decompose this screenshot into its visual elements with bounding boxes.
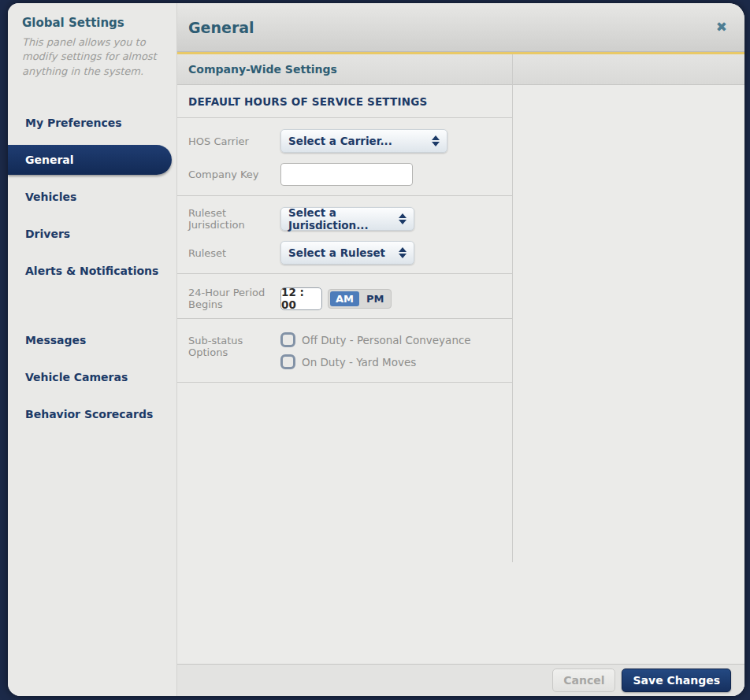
sub-status-group: Sub-status Options Off Duty - Personal C… bbox=[177, 319, 512, 383]
ruleset-select[interactable]: Select a Ruleset bbox=[280, 241, 414, 265]
section-bar-title: Company-Wide Settings bbox=[188, 63, 337, 76]
sidebar: Global Settings This panel allows you to… bbox=[8, 3, 177, 696]
ruleset-jurisdiction-value: Select a Jurisdiction... bbox=[288, 206, 399, 231]
column-divider bbox=[512, 54, 513, 562]
global-settings-panel: Global Settings This panel allows you to… bbox=[8, 3, 744, 696]
sidebar-item-label: Alerts & Notifications bbox=[25, 265, 158, 277]
personal-conveyance-option: Off Duty - Personal Conveyance bbox=[280, 332, 471, 347]
sidebar-item-label: General bbox=[25, 154, 74, 166]
personal-conveyance-checkbox[interactable] bbox=[280, 332, 295, 347]
ruleset-label: Ruleset bbox=[177, 247, 280, 259]
pm-button[interactable]: PM bbox=[361, 291, 389, 306]
am-button[interactable]: AM bbox=[330, 291, 359, 306]
page-title: General bbox=[188, 19, 254, 36]
close-icon[interactable]: ✖ bbox=[716, 20, 727, 34]
period-begins-label: 24-Hour Period Begins bbox=[177, 287, 280, 310]
ruleset-row: Ruleset Select a Ruleset bbox=[177, 241, 512, 265]
cancel-button[interactable]: Cancel bbox=[552, 669, 615, 692]
company-key-input[interactable] bbox=[280, 163, 413, 186]
company-key-label: Company Key bbox=[177, 169, 280, 180]
sidebar-item-label: Drivers bbox=[25, 228, 70, 240]
company-key-row: Company Key bbox=[177, 163, 512, 186]
time-input[interactable]: 12 : 00 bbox=[280, 287, 322, 310]
sidebar-item-vehicles[interactable]: Vehicles bbox=[8, 182, 176, 212]
sidebar-description: This panel allows you to modify settings… bbox=[22, 35, 162, 79]
period-begins-row: 24-Hour Period Begins 12 : 00 AM PM bbox=[177, 287, 512, 310]
ruleset-jurisdiction-row: Ruleset Jurisdiction Select a Jurisdicti… bbox=[177, 207, 512, 231]
yard-moves-label: On Duty - Yard Moves bbox=[302, 356, 416, 369]
meridiem-toggle: AM PM bbox=[328, 289, 392, 309]
sub-status-row: Sub-status Options Off Duty - Personal C… bbox=[177, 332, 512, 369]
main-header: General ✖ bbox=[177, 3, 744, 52]
hos-carrier-select[interactable]: Select a Carrier... bbox=[280, 129, 447, 153]
save-changes-button[interactable]: Save Changes bbox=[622, 669, 731, 692]
sub-status-options: Off Duty - Personal Conveyance On Duty -… bbox=[280, 332, 471, 369]
sidebar-item-drivers[interactable]: Drivers bbox=[8, 219, 176, 249]
period-group: 24-Hour Period Begins 12 : 00 AM PM bbox=[177, 274, 512, 319]
yard-moves-checkbox[interactable] bbox=[280, 354, 295, 369]
ruleset-group: Ruleset Jurisdiction Select a Jurisdicti… bbox=[177, 196, 512, 274]
dropdown-arrows-icon bbox=[432, 135, 440, 146]
sidebar-item-vehicle-cameras[interactable]: Vehicle Cameras bbox=[8, 362, 176, 392]
sidebar-header: Global Settings This panel allows you to… bbox=[8, 16, 176, 79]
sidebar-item-label: My Preferences bbox=[25, 117, 122, 129]
sidebar-title: Global Settings bbox=[22, 16, 162, 30]
sub-status-label: Sub-status Options bbox=[177, 332, 280, 358]
personal-conveyance-label: Off Duty - Personal Conveyance bbox=[302, 334, 471, 346]
sidebar-item-general[interactable]: General bbox=[8, 145, 172, 175]
ruleset-value: Select a Ruleset bbox=[288, 246, 385, 259]
ruleset-jurisdiction-select[interactable]: Select a Jurisdiction... bbox=[280, 207, 414, 231]
sidebar-item-my-preferences[interactable]: My Preferences bbox=[8, 108, 176, 138]
section-bar: Company-Wide Settings bbox=[177, 54, 744, 85]
sidebar-item-behavior-scorecards[interactable]: Behavior Scorecards bbox=[8, 399, 176, 429]
yard-moves-option: On Duty - Yard Moves bbox=[280, 354, 471, 369]
sidebar-item-label: Messages bbox=[25, 334, 86, 346]
hos-carrier-label: HOS Carrier bbox=[177, 135, 280, 147]
settings-form: DEFAULT HOURS OF SERVICE SETTINGS HOS Ca… bbox=[177, 85, 512, 383]
footer-bar: Cancel Save Changes bbox=[177, 664, 744, 696]
ruleset-jurisdiction-label: Ruleset Jurisdiction bbox=[177, 207, 280, 231]
hos-carrier-row: HOS Carrier Select a Carrier... bbox=[177, 129, 512, 153]
sidebar-nav: My Preferences General Vehicles Drivers … bbox=[8, 108, 176, 436]
carrier-group: HOS Carrier Select a Carrier... Company … bbox=[177, 118, 512, 196]
sidebar-item-label: Behavior Scorecards bbox=[25, 408, 153, 420]
sidebar-item-label: Vehicles bbox=[25, 191, 76, 203]
sidebar-item-messages[interactable]: Messages bbox=[8, 325, 176, 355]
sidebar-item-alerts-notifications[interactable]: Alerts & Notifications bbox=[8, 256, 176, 286]
main-area: General ✖ Company-Wide Settings DEFAULT … bbox=[177, 3, 744, 696]
content-area: Company-Wide Settings DEFAULT HOURS OF S… bbox=[177, 54, 744, 696]
sidebar-group-gap bbox=[8, 293, 176, 325]
hos-carrier-value: Select a Carrier... bbox=[288, 135, 392, 147]
sidebar-item-label: Vehicle Cameras bbox=[25, 371, 128, 383]
dropdown-arrows-icon bbox=[399, 213, 407, 224]
dropdown-arrows-icon bbox=[399, 247, 407, 258]
group-heading: DEFAULT HOURS OF SERVICE SETTINGS bbox=[177, 85, 512, 118]
